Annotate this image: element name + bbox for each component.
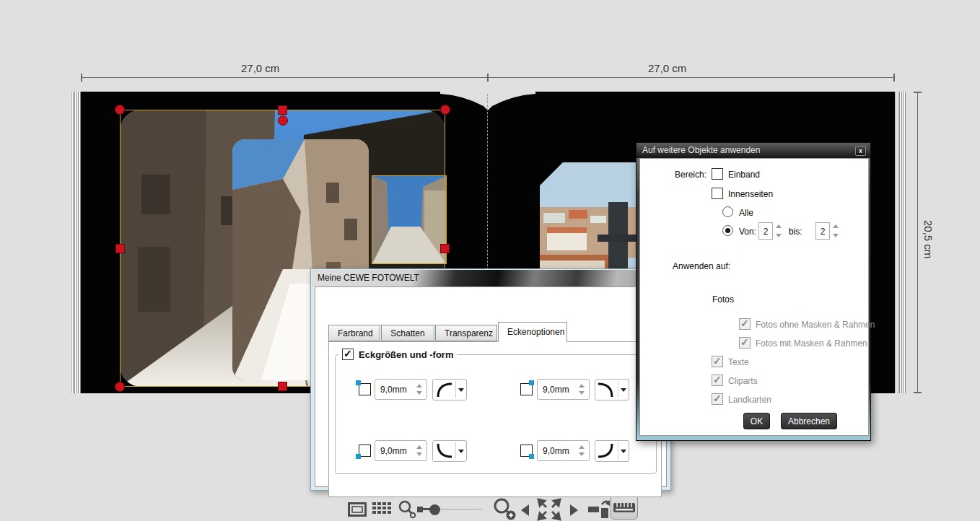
chevron-down-icon[interactable]: [621, 388, 626, 392]
apply-dialog-title: Auf weitere Objekte anwenden: [642, 145, 760, 155]
corner-size-top-right-value[interactable]: 9,0mm: [543, 385, 569, 395]
tab-transparenz[interactable]: Transparenz: [435, 325, 497, 341]
apply-dialog: Auf weitere Objekte anwenden x Bereich: …: [636, 142, 871, 441]
previous-page-icon[interactable]: [521, 504, 529, 516]
corner-size-top-left-value[interactable]: 9,0mm: [380, 385, 407, 395]
von-radio[interactable]: [722, 225, 733, 236]
grid-view-icon[interactable]: [372, 501, 391, 518]
alle-radio[interactable]: [722, 206, 733, 217]
top-ruler-tick-right: [893, 74, 895, 82]
resize-handle-bottom[interactable]: [278, 382, 287, 391]
ok-button[interactable]: OK: [743, 413, 770, 429]
tab-farbrand[interactable]: Farbrand: [328, 325, 380, 341]
corner-dialog-title: Meine CEWE FOTOWELT: [318, 273, 419, 283]
ruler-toggle-button[interactable]: [611, 495, 638, 520]
corner-size-top-left-spinner[interactable]: 9,0mm: [375, 379, 427, 400]
page-height-label: 20,5 cm: [922, 220, 935, 258]
spinner-up-icon[interactable]: [776, 224, 782, 228]
corner-size-checkbox[interactable]: [342, 349, 354, 360]
corner-size-top-right-spinner[interactable]: 9,0mm: [537, 379, 590, 400]
spinner-up-icon[interactable]: [833, 224, 839, 228]
innenseiten-checkbox[interactable]: [712, 188, 723, 199]
spinner-down-icon[interactable]: [579, 391, 585, 395]
dropdown-separator: [618, 381, 618, 398]
corner-shape-bottom-right-dropdown[interactable]: [595, 440, 629, 462]
fotos-ohne-masken-label: Fotos ohne Masken & Rahmen: [756, 320, 875, 330]
side-ruler-tick-bottom: [914, 392, 922, 393]
left-page-stack: [70, 92, 81, 393]
resize-handle-top-right[interactable]: [440, 105, 450, 115]
einband-label: Einband: [728, 170, 760, 180]
left-page-width-label: 27,0 cm: [241, 62, 279, 74]
innenseiten-label: Innenseiten: [728, 189, 773, 199]
corner-indicator-top-left-marker: [356, 380, 361, 385]
top-ruler-tick-left: [81, 74, 82, 82]
anwenden-auf-label: Anwenden auf:: [673, 261, 730, 271]
zoom-slider-knob[interactable]: [429, 504, 440, 515]
spinner-up-icon[interactable]: [416, 445, 422, 449]
next-page-icon[interactable]: [570, 504, 578, 516]
spinner-down-icon[interactable]: [416, 452, 422, 456]
spinner-down-icon[interactable]: [776, 234, 782, 237]
spinner-up-icon[interactable]: [579, 445, 585, 449]
page-view-icon[interactable]: [348, 502, 367, 517]
corner-size-label: Eckgrößen und -form: [359, 349, 453, 360]
corner-shape-bottom-left-dropdown[interactable]: [432, 440, 467, 462]
corner-size-bottom-right-value[interactable]: 9,0mm: [543, 446, 569, 456]
bis-spinner[interactable]: 2: [815, 222, 840, 240]
tab-eckenoptionen[interactable]: Eckenoptionen: [498, 322, 567, 342]
resize-handle-top[interactable]: [278, 105, 287, 115]
zoom-out-icon[interactable]: [397, 499, 419, 520]
resize-handle-bottom-left[interactable]: [115, 382, 125, 392]
fotos-mit-masken-checkbox: [739, 337, 751, 349]
rotate-handle[interactable]: [278, 115, 288, 126]
dropdown-separator: [455, 442, 456, 460]
von-label: Von:: [739, 227, 756, 237]
apply-dialog-body: Bereich: Einband Innenseiten Alle Von: 2…: [639, 158, 869, 436]
von-spinner[interactable]: 2: [758, 222, 783, 240]
fotos-label: Fotos: [712, 294, 734, 305]
resize-handle-right[interactable]: [440, 244, 450, 253]
corner-shape-top-right-dropdown[interactable]: [595, 379, 629, 400]
bis-label: bis:: [789, 227, 802, 237]
spinner-down-icon[interactable]: [416, 391, 422, 395]
corner-size-bottom-left-spinner[interactable]: 9,0mm: [375, 440, 427, 461]
right-page-width-label: 27,0 cm: [648, 62, 686, 74]
landkarten-checkbox: [712, 393, 723, 405]
chevron-down-icon[interactable]: [458, 450, 464, 453]
corner-dialog-body: Farbrand Schatten Transparenz Eckenoptio…: [315, 286, 667, 487]
corner-size-bottom-left-value[interactable]: 9,0mm: [380, 446, 407, 456]
dropdown-separator: [455, 381, 456, 398]
tab-schatten[interactable]: Schatten: [381, 325, 434, 341]
apply-dialog-titlebar[interactable]: Auf weitere Objekte anwenden: [636, 143, 870, 158]
resize-handle-left[interactable]: [115, 244, 125, 253]
spinner-down-icon[interactable]: [833, 234, 839, 237]
corner-shape-sw-icon: [433, 441, 455, 461]
spinner-up-icon[interactable]: [579, 384, 585, 388]
texte-checkbox: [712, 356, 723, 367]
cliparts-label: Cliparts: [728, 376, 758, 386]
change-layout-icon[interactable]: [587, 498, 611, 520]
zoom-slider-min[interactable]: [417, 507, 423, 512]
top-ruler-tick-center: [487, 74, 489, 82]
fotos-mit-masken-label: Fotos mit Masken & Rahmen: [756, 338, 867, 349]
corner-options-dialog: Meine CEWE FOTOWELT Farbrand Schatten Tr…: [310, 268, 671, 491]
chevron-down-icon[interactable]: [621, 450, 626, 453]
einband-checkbox[interactable]: [712, 168, 723, 180]
von-value[interactable]: 2: [758, 222, 773, 240]
eckenoptionen-panel: Eckgrößen und -form 9,0mm 9,0mm: [328, 341, 662, 497]
fit-view-icon[interactable]: [537, 498, 561, 521]
corner-size-bottom-right-spinner[interactable]: 9,0mm: [537, 440, 590, 461]
spinner-down-icon[interactable]: [579, 452, 585, 456]
spinner-up-icon[interactable]: [416, 384, 422, 388]
bis-value[interactable]: 2: [815, 222, 830, 240]
zoom-in-icon[interactable]: [492, 496, 518, 521]
resize-handle-top-left[interactable]: [115, 105, 125, 115]
cancel-button[interactable]: Abbrechen: [781, 413, 837, 429]
landkarten-label: Landkarten: [728, 395, 771, 405]
corner-dialog-titlebar[interactable]: Meine CEWE FOTOWELT: [312, 270, 670, 286]
corner-shape-top-left-dropdown[interactable]: [432, 379, 467, 400]
chevron-down-icon[interactable]: [458, 388, 464, 392]
corner-shape-nw-icon: [433, 380, 455, 400]
close-icon[interactable]: x: [855, 146, 866, 156]
